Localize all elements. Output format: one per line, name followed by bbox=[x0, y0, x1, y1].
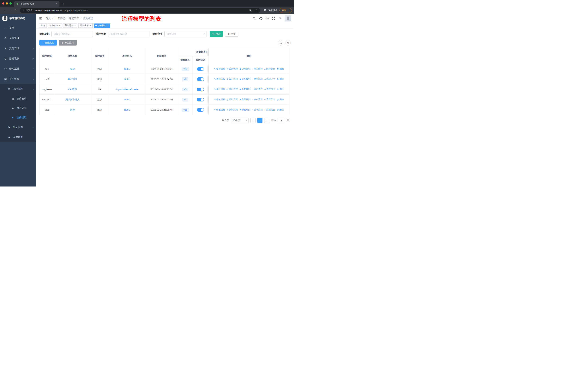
search-icon[interactable] bbox=[252, 16, 256, 20]
process-key-input[interactable] bbox=[51, 31, 93, 37]
tag-close-icon[interactable]: × bbox=[74, 25, 76, 27]
process-name-link[interactable]: 滔博 bbox=[70, 108, 75, 111]
edit-action[interactable]: ✎修改流程 bbox=[214, 108, 225, 111]
process-name-link[interactable]: OA 请假 bbox=[68, 88, 77, 91]
create-model-button[interactable]: + 新建流程 bbox=[39, 40, 57, 46]
sidebar-item-dev-tools[interactable]: ⚒研发工具▾ bbox=[0, 64, 36, 74]
edit-action[interactable]: ✎修改流程 bbox=[214, 67, 225, 71]
definition-action[interactable]: ∞流程定义 bbox=[264, 78, 275, 81]
import-model-button[interactable]: ↥ 导入流程 bbox=[59, 40, 77, 46]
process-name-input[interactable] bbox=[108, 31, 149, 37]
sidebar-item-leave-query[interactable]: ♟请假查询 bbox=[0, 132, 36, 142]
process-name-link[interactable]: eeee bbox=[70, 68, 75, 70]
sidebar-item-home[interactable]: ◔首页 bbox=[0, 23, 36, 33]
font-size-icon[interactable] bbox=[278, 16, 282, 20]
new-tab-button[interactable]: + bbox=[61, 1, 66, 6]
github-icon[interactable] bbox=[259, 16, 263, 20]
active-toggle[interactable] bbox=[197, 77, 204, 81]
form-info-link[interactable]: biubiu bbox=[124, 78, 130, 81]
toggle-search-button[interactable] bbox=[278, 40, 284, 46]
tag-process-model[interactable]: 流程模型× bbox=[94, 23, 110, 28]
sidebar-item-system-management[interactable]: ⚙系统管理▾ bbox=[0, 33, 36, 43]
bookmark-star-icon[interactable]: ☆ bbox=[254, 8, 259, 13]
delete-action[interactable]: 删除 bbox=[277, 88, 284, 91]
definition-action[interactable]: ∞流程定义 bbox=[264, 98, 275, 101]
process-name-link[interactable]: 自己审批 bbox=[68, 78, 77, 81]
sidebar-item-process-model[interactable]: ➤流程模型 bbox=[0, 113, 36, 122]
edit-action[interactable]: ✎修改流程 bbox=[214, 88, 225, 91]
kebab-menu-icon[interactable]: ⋮ bbox=[288, 9, 290, 12]
page-size-select[interactable]: 10条/页 ▾ bbox=[231, 118, 249, 123]
sidebar-item-process-form[interactable]: ▤流程表单 bbox=[0, 94, 36, 103]
sidebar-item-infrastructure[interactable]: ⊡基础设施▾ bbox=[0, 53, 36, 64]
definition-action[interactable]: ∞流程定义 bbox=[264, 88, 275, 91]
form-info-link[interactable]: biubiu bbox=[124, 68, 130, 70]
edit-action[interactable]: ✎修改流程 bbox=[214, 78, 225, 81]
refresh-table-button[interactable]: ↻ bbox=[285, 40, 291, 46]
design-action[interactable]: ◎设计流程 bbox=[227, 78, 238, 81]
publish-action[interactable]: ☝发布流程 bbox=[252, 108, 263, 111]
next-page-button[interactable]: › bbox=[264, 118, 269, 123]
form-info-link[interactable]: biubiu bbox=[124, 98, 130, 101]
password-key-icon[interactable] bbox=[248, 8, 253, 13]
avatar[interactable] bbox=[285, 15, 291, 21]
goto-page-input[interactable] bbox=[278, 118, 285, 123]
back-button[interactable]: ← bbox=[2, 8, 7, 13]
tag-process-form[interactable]: 流程表单× bbox=[78, 23, 93, 28]
help-icon[interactable]: ? bbox=[266, 17, 269, 20]
active-toggle[interactable] bbox=[197, 88, 204, 91]
publish-action[interactable]: ☝发布流程 bbox=[252, 78, 263, 81]
assign-rules-action[interactable]: ♟分配规则 bbox=[239, 78, 251, 81]
tag-close-icon[interactable]: × bbox=[107, 25, 109, 27]
category-select[interactable]: 流程分类 ▾ bbox=[164, 31, 207, 37]
tag-tenant-management[interactable]: 租户管理× bbox=[48, 23, 62, 28]
active-toggle[interactable] bbox=[197, 108, 204, 112]
hamburger-icon[interactable] bbox=[39, 17, 43, 20]
design-action[interactable]: ◎设计流程 bbox=[227, 88, 238, 91]
sidebar-item-process-management[interactable]: ≣流程管理▴ bbox=[0, 84, 36, 94]
sidebar-item-workflow[interactable]: ▣工作流程▴ bbox=[0, 74, 36, 84]
design-action[interactable]: ◎设计流程 bbox=[227, 108, 238, 111]
window-close-button[interactable] bbox=[2, 2, 4, 5]
design-action[interactable]: ◎设计流程 bbox=[227, 67, 238, 71]
search-button[interactable]: 搜索 bbox=[210, 31, 223, 37]
assign-rules-action[interactable]: ♟分配规则 bbox=[239, 88, 251, 91]
window-zoom-button[interactable] bbox=[10, 2, 12, 5]
browser-tab[interactable]: 芋道管理系统 × bbox=[14, 1, 59, 7]
address-bar[interactable]: ⚠ 不安全 dashboard.yudao.iocoder.cn/bpm/man… bbox=[20, 8, 260, 13]
delete-action[interactable]: 删除 bbox=[277, 108, 284, 111]
edit-action[interactable]: ✎修改流程 bbox=[214, 98, 225, 101]
tag-my-process[interactable]: 我的流程× bbox=[63, 23, 77, 28]
delete-action[interactable]: 删除 bbox=[277, 98, 284, 101]
breadcrumb-item[interactable]: 首页 bbox=[46, 17, 51, 20]
publish-action[interactable]: ☝发布流程 bbox=[252, 98, 263, 101]
publish-action[interactable]: ☝发布流程 bbox=[252, 67, 263, 71]
delete-action[interactable]: 删除 bbox=[277, 67, 284, 71]
sidebar-item-user-group[interactable]: ☻用户分组 bbox=[0, 103, 36, 113]
tag-home[interactable]: 首页 bbox=[39, 23, 47, 28]
form-info-link[interactable]: /bpm/oa/leave/create bbox=[116, 88, 138, 91]
assign-rules-action[interactable]: ♟分配规则 bbox=[239, 98, 251, 101]
tag-close-icon[interactable]: × bbox=[90, 25, 91, 27]
reload-button[interactable]: ↻ bbox=[13, 8, 18, 13]
sidebar-item-task-management[interactable]: ⚑任务管理▾ bbox=[0, 122, 36, 132]
update-button[interactable]: 更新 ⋮ bbox=[279, 8, 292, 13]
breadcrumb-item[interactable]: 工作流程 bbox=[55, 17, 65, 20]
page-1-button[interactable]: 1 bbox=[257, 118, 262, 123]
delete-action[interactable]: 删除 bbox=[277, 78, 284, 81]
fullscreen-icon[interactable] bbox=[271, 16, 275, 20]
assign-rules-action[interactable]: ♟分配规则 bbox=[239, 67, 251, 71]
process-name-link[interactable]: 测试多审批人 bbox=[65, 98, 80, 101]
sidebar-item-payment-management[interactable]: ¥支付管理▾ bbox=[0, 43, 36, 53]
active-toggle[interactable] bbox=[197, 67, 204, 71]
form-info-link[interactable]: biubiu bbox=[124, 108, 130, 111]
tab-close-icon[interactable]: × bbox=[55, 2, 58, 5]
window-minimize-button[interactable] bbox=[6, 2, 8, 5]
reset-button[interactable]: ↻ 重置 bbox=[225, 31, 238, 37]
tag-close-icon[interactable]: × bbox=[59, 25, 60, 27]
forward-button[interactable]: → bbox=[8, 8, 12, 13]
assign-rules-action[interactable]: ♟分配规则 bbox=[239, 108, 251, 111]
definition-action[interactable]: ∞流程定义 bbox=[264, 67, 275, 71]
definition-action[interactable]: ∞流程定义 bbox=[264, 108, 275, 111]
prev-page-button[interactable]: ‹ bbox=[251, 118, 256, 123]
